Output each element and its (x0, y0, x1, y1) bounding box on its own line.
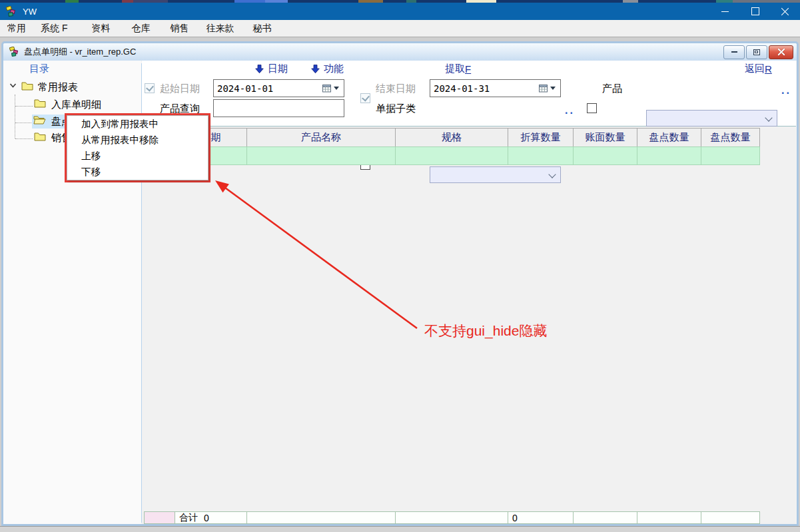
menu-sales[interactable]: 销售 (163, 20, 196, 37)
context-menu-panel: 加入到常用报表中 从常用报表中移除 上移 下移 (67, 115, 208, 180)
date-menu-button[interactable]: 日期 (255, 63, 288, 75)
doc-subtype-browse-dots[interactable]: .. (565, 105, 575, 117)
product-query-input[interactable] (214, 100, 344, 117)
menu-system[interactable]: 系统 F (33, 20, 75, 37)
combo-chevron-icon (765, 114, 772, 121)
table-header-book-qty[interactable]: 账面数量 (573, 128, 637, 147)
doc-subtype-label: 单据子类 (376, 103, 416, 115)
folder-icon (21, 81, 33, 91)
menu-common[interactable]: 常用 (0, 20, 33, 37)
app-icon (6, 6, 17, 17)
totals-value: 0 (204, 513, 209, 523)
checkmark-icon (362, 93, 370, 101)
doc-subtype-combobox[interactable] (430, 166, 561, 183)
extract-button[interactable]: 提取F (445, 63, 471, 75)
menu-secretary[interactable]: 秘书 (245, 20, 278, 37)
close-icon[interactable] (770, 3, 800, 20)
table-cell[interactable] (508, 146, 574, 165)
start-date-label: 起始日期 (160, 83, 200, 95)
calendar-dropdown-icon[interactable] (550, 87, 556, 90)
totals-label: 合计 (179, 512, 198, 524)
back-button[interactable]: 返回R (745, 63, 772, 75)
context-menu-item-add-to-common[interactable]: 加入到常用报表中 (67, 116, 208, 132)
product-browse-dots[interactable]: .. (781, 85, 791, 97)
table-header-count-qty[interactable]: 盘点数量 (637, 128, 701, 147)
function-menu-button[interactable]: 功能 (311, 63, 344, 75)
folder-icon (34, 132, 46, 141)
menu-bar: 常用 系统 F 资料 仓库 销售 往来款 秘书 (0, 20, 800, 37)
child-minimize-icon[interactable] (723, 45, 745, 59)
child-window-icon (9, 47, 20, 57)
table-cell[interactable] (637, 146, 701, 165)
chevron-down-icon[interactable] (9, 83, 17, 89)
back-label: 返回 (745, 63, 765, 75)
context-menu: 加入到常用报表中 从常用报表中移除 上移 下移 (65, 113, 210, 182)
end-date-input[interactable] (430, 80, 539, 97)
tree-connector (15, 138, 33, 139)
combo-chevron-icon (548, 170, 556, 178)
product-label: 产品 (602, 83, 622, 95)
main-titlebar: YW (0, 3, 800, 20)
tree-connector (15, 123, 33, 123)
catalog-link[interactable]: 目录 (29, 63, 49, 75)
totals-cell (573, 511, 637, 524)
back-hotkey: R (765, 63, 772, 75)
totals-cell (395, 511, 508, 524)
date-menu-label: 日期 (268, 63, 288, 75)
child-restore-icon[interactable] (746, 45, 767, 59)
maximize-icon[interactable] (740, 3, 770, 20)
totals-cell (637, 511, 701, 524)
totals-converted-qty: 0 (512, 513, 518, 523)
table-header-spec[interactable]: 规格 (395, 128, 508, 147)
totals-label-cell: 合计0 (175, 511, 247, 524)
calendar-dropdown-icon[interactable] (334, 87, 339, 90)
folder-icon (34, 99, 46, 108)
child-window: 盘点单明细 - vr_item_rep.GC 目录 日期 (1, 41, 799, 526)
table-cell[interactable] (701, 146, 760, 165)
child-content: 目录 日期 功能 提取F 返回R (3, 61, 797, 524)
blue-down-arrow-icon (311, 65, 320, 74)
product-combobox[interactable] (646, 110, 777, 127)
end-date-checkbox[interactable] (360, 93, 370, 103)
tree-item-inbound-detail[interactable]: 入库单明细 (51, 99, 101, 111)
table-header-converted-qty[interactable]: 折算数量 (508, 128, 574, 147)
context-menu-item-move-up[interactable]: 上移 (67, 148, 208, 164)
tree-root-common-reports[interactable]: 常用报表 (38, 81, 78, 94)
start-date-checkbox[interactable] (145, 83, 155, 93)
table-cell[interactable] (246, 146, 396, 165)
totals-cell (246, 511, 396, 524)
calendar-icon[interactable] (322, 84, 331, 93)
child-window-title: 盘点单明细 - vr_item_rep.GC (24, 46, 136, 58)
calendar-icon[interactable] (539, 84, 548, 93)
menu-accounts[interactable]: 往来款 (199, 20, 241, 37)
function-menu-label: 功能 (324, 63, 344, 75)
product-query-field (213, 99, 344, 117)
tree-connector (15, 106, 33, 107)
annotation-text: 不支持gui_hide隐藏 (424, 322, 547, 340)
table-cell[interactable] (395, 146, 508, 165)
table-cell[interactable] (573, 146, 637, 165)
table-header-product-name[interactable]: 产品名称 (246, 128, 396, 147)
menu-data[interactable]: 资料 (84, 20, 117, 37)
minimize-icon[interactable] (710, 3, 740, 20)
product-checkbox[interactable] (587, 103, 597, 113)
menu-warehouse[interactable]: 仓库 (124, 20, 157, 37)
context-menu-item-move-down[interactable]: 下移 (67, 164, 208, 180)
child-titlebar: 盘点单明细 - vr_item_rep.GC (3, 43, 797, 61)
child-window-controls (723, 45, 793, 59)
start-date-input[interactable] (214, 80, 322, 97)
folder-open-icon (33, 115, 46, 125)
blue-down-arrow-icon (255, 65, 264, 74)
application-window: YW 常用 系统 F 资料 仓库 销售 往来款 秘书 盘点单明细 - vr_it… (0, 0, 800, 532)
table-header-count-qty2[interactable]: 盘点数量 (701, 128, 760, 147)
child-close-icon[interactable] (769, 45, 793, 59)
app-title: YW (23, 7, 37, 17)
end-date-field (430, 79, 561, 97)
tree-connector (15, 95, 15, 138)
extract-label: 提取 (445, 63, 465, 75)
context-menu-item-remove-from-common[interactable]: 从常用报表中移除 (67, 132, 208, 148)
end-date-label: 结束日期 (376, 83, 416, 95)
extract-hotkey: F (465, 63, 471, 75)
bottom-edge-bar (0, 526, 800, 532)
window-controls (710, 3, 800, 20)
